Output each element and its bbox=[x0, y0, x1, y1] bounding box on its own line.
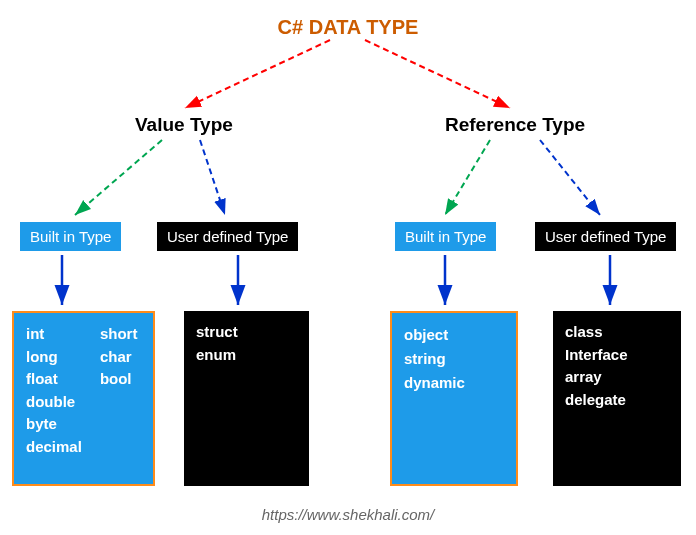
leaf-item: object bbox=[404, 323, 504, 347]
diagram-title: C# DATA TYPE bbox=[0, 16, 696, 39]
leaf-item: Interface bbox=[565, 344, 669, 367]
leaf-item: decimal bbox=[26, 436, 82, 459]
value-builtin-box: Built in Type bbox=[20, 222, 121, 251]
ref-userdef-box: User defined Type bbox=[535, 222, 676, 251]
value-builtin-leaf: int long float double byte decimal short… bbox=[12, 311, 155, 486]
arrow-ref-to-userdef bbox=[540, 140, 600, 215]
leaf-item: dynamic bbox=[404, 371, 504, 395]
leaf-item: short bbox=[100, 323, 138, 346]
footer-link: https://www.shekhali.com/ bbox=[0, 506, 696, 523]
leaf-item: char bbox=[100, 346, 138, 369]
leaf-item: bool bbox=[100, 368, 138, 391]
leaf-item: string bbox=[404, 347, 504, 371]
arrow-value-to-builtin bbox=[75, 140, 162, 215]
leaf-item: struct bbox=[196, 321, 297, 344]
arrow-ref-to-builtin bbox=[445, 140, 490, 215]
leaf-item: enum bbox=[196, 344, 297, 367]
ref-userdef-leaf: class Interface array delegate bbox=[553, 311, 681, 486]
leaf-item: byte bbox=[26, 413, 82, 436]
leaf-item: class bbox=[565, 321, 669, 344]
arrow-title-to-value bbox=[185, 40, 330, 108]
leaf-item: float bbox=[26, 368, 82, 391]
value-userdef-box: User defined Type bbox=[157, 222, 298, 251]
arrow-title-to-reference bbox=[365, 40, 510, 108]
leaf-item: delegate bbox=[565, 389, 669, 412]
leaf-item: double bbox=[26, 391, 82, 414]
leaf-item: long bbox=[26, 346, 82, 369]
node-value-type: Value Type bbox=[135, 114, 233, 136]
value-userdef-leaf: struct enum bbox=[184, 311, 309, 486]
leaf-item: int bbox=[26, 323, 82, 346]
ref-builtin-box: Built in Type bbox=[395, 222, 496, 251]
leaf-item: array bbox=[565, 366, 669, 389]
ref-builtin-leaf: object string dynamic bbox=[390, 311, 518, 486]
arrow-value-to-userdef bbox=[200, 140, 225, 215]
node-reference-type: Reference Type bbox=[445, 114, 585, 136]
